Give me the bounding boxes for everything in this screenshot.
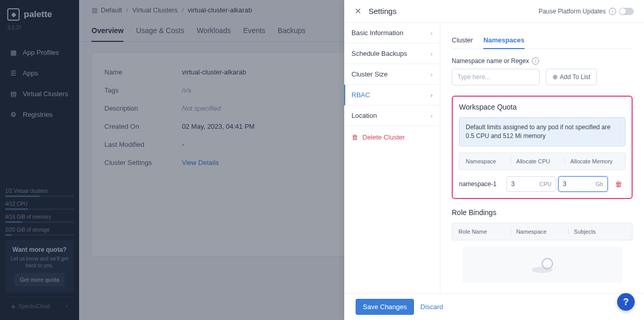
discard-button[interactable]: Discard xyxy=(420,299,443,315)
memory-unit-label: Gb xyxy=(595,181,603,187)
delete-row-icon[interactable]: 🗑 xyxy=(615,180,622,188)
chevron-right-icon: › xyxy=(431,51,433,57)
info-icon[interactable]: i xyxy=(609,8,616,15)
cpu-input-wrapper: CPU xyxy=(507,176,556,192)
settings-nav-location[interactable]: Location› xyxy=(344,105,440,126)
allocate-memory-input[interactable] xyxy=(563,180,584,188)
workspace-quota-highlight: Workspace Quota Default limits assigned … xyxy=(452,96,633,199)
empty-illustration-icon xyxy=(530,254,555,275)
rbac-inner-tabs: Cluster Namespaces xyxy=(452,32,633,49)
workspace-quota-title: Workspace Quota xyxy=(459,103,625,111)
role-bindings-header: Role Name Namespace Subjects xyxy=(452,223,633,240)
close-icon[interactable]: ✕ xyxy=(355,6,361,16)
settings-nav-basic[interactable]: Basic Information› xyxy=(344,23,440,43)
add-to-list-button[interactable]: ⊕ Add To List xyxy=(546,69,597,85)
settings-title: Settings xyxy=(369,7,396,16)
settings-header: ✕ Settings Pause Platform Updates i xyxy=(344,0,644,23)
info-icon[interactable]: i xyxy=(532,57,539,65)
help-fab-button[interactable]: ? xyxy=(617,293,635,311)
role-bindings-empty xyxy=(462,247,622,283)
role-bindings-title: Role Bindings xyxy=(452,208,633,217)
chevron-right-icon: › xyxy=(431,30,433,36)
settings-nav-size[interactable]: Cluster Size› xyxy=(344,64,440,85)
settings-nav-backups[interactable]: Schedule Backups› xyxy=(344,43,440,64)
save-changes-button[interactable]: Save Changes xyxy=(356,299,414,315)
settings-footer: Save Changes Discard xyxy=(344,293,644,320)
namespace-name-label: Namespace name or Regex i xyxy=(452,57,633,65)
quota-row: namespace-1 CPU Gb 🗑 xyxy=(459,176,625,192)
pause-updates-control: Pause Platform Updates i xyxy=(539,8,634,15)
cpu-unit-label: CPU xyxy=(540,181,551,187)
quota-info-box: Default limits assigned to any pod if no… xyxy=(459,117,625,146)
chevron-right-icon: › xyxy=(431,92,433,98)
settings-sidebar: Basic Information› Schedule Backups› Clu… xyxy=(344,23,440,293)
chevron-right-icon: › xyxy=(431,113,433,119)
quota-namespace-name: namespace-1 xyxy=(459,180,504,188)
quota-table-header: Namespace Allocate CPU Allocate Memory xyxy=(459,153,625,170)
settings-nav-rbac[interactable]: RBAC› xyxy=(344,85,440,105)
tab-cluster[interactable]: Cluster xyxy=(452,32,473,49)
namespace-name-input[interactable] xyxy=(452,69,540,85)
allocate-cpu-input[interactable] xyxy=(511,180,532,188)
trash-icon: 🗑 xyxy=(351,133,358,141)
pause-updates-toggle[interactable] xyxy=(619,8,634,15)
svg-point-0 xyxy=(532,267,553,273)
plus-icon: ⊕ xyxy=(553,73,558,81)
settings-panel: ✕ Settings Pause Platform Updates i Basi… xyxy=(344,0,644,320)
memory-input-wrapper: Gb xyxy=(558,176,608,192)
delete-cluster-button[interactable]: 🗑 Delete Cluster xyxy=(344,126,440,148)
tab-namespaces[interactable]: Namespaces xyxy=(483,32,525,49)
chevron-right-icon: › xyxy=(431,71,433,78)
